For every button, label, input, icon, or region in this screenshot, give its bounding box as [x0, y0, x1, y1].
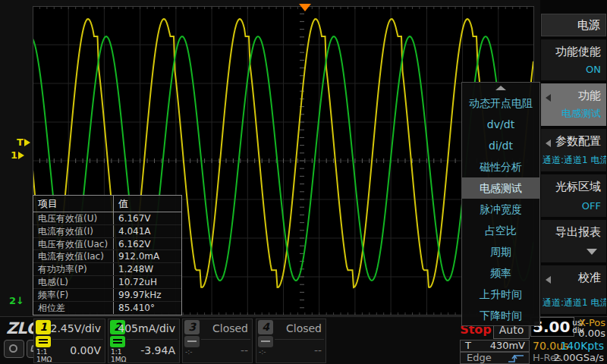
channel4-badge[interactable]: 4 [258, 320, 273, 334]
table-row: 有功功率(P)1.248W [33, 263, 181, 276]
measurement-table[interactable]: 项目 值 电压有效值(U)6.167V 电流有效值(I)4.041A 电压有效值… [33, 195, 182, 315]
table-row: 电流有效值(I)4.041A [33, 225, 181, 238]
ch1-scale: 2.45V/div [50, 322, 101, 334]
ch2-reference-marker[interactable]: 2↓ [9, 295, 24, 306]
channel3-badge[interactable]: 3 [184, 320, 200, 334]
touch-circle-icon [9, 344, 17, 353]
sidebar-item-cursor-area[interactable]: 光标区域 OFF [541, 174, 606, 217]
trigger-level-label: T [17, 136, 24, 148]
capture-window-row: 70.0us 140Kpts [533, 340, 605, 351]
touch-mode-button[interactable] [4, 340, 24, 358]
ch1-probe-ratio: 1:1 [36, 349, 47, 356]
menu-item-dynamic-resistance[interactable]: 动态开点电阻 [462, 93, 539, 114]
oscilloscope-screen: T 1 2↓ 项目 值 电压有效值(U)6.167V 电流有效值(I)4.041… [0, 0, 607, 364]
ch1-reference-marker[interactable]: 1 [11, 149, 24, 161]
divider [275, 339, 324, 340]
section-title: 参数配置 [555, 134, 601, 149]
menu-item-magnetic-analysis[interactable]: 磁性分析 [462, 156, 539, 177]
chevron-left-icon [546, 276, 551, 284]
trigger-type-row[interactable]: Edge [460, 352, 530, 364]
ch4-coupling-icon[interactable] [258, 336, 273, 347]
sidebar-item-function[interactable]: 功能 电感测试 [541, 83, 606, 126]
trigger-position-marker[interactable] [299, 4, 311, 11]
sidebar-title-power[interactable]: 电源 [541, 14, 606, 36]
chevron-left-icon [546, 94, 551, 102]
menu-item-rise-time[interactable]: 上升时间 [462, 284, 539, 305]
ch1-dc-coupling-icon[interactable] [36, 336, 51, 347]
sidebar-item-calibration[interactable]: 校准 通道:通道1 电流 [541, 265, 606, 314]
row-label: 频率(F) [33, 289, 114, 301]
table-row: 电流有效值(Iac)912.0mA [33, 250, 181, 263]
trigger-level-row[interactable]: T 430mV [460, 340, 530, 352]
trigger-source: T [465, 340, 471, 351]
ch2-scale: 405mA/div [118, 322, 175, 334]
row-label: 电流有效值(Iac) [33, 250, 114, 262]
menu-item-fall-time[interactable]: 下降时间 [462, 305, 539, 326]
ch3-offset: -- [241, 344, 248, 356]
function-dropdown-menu: 动态开点电阻 dv/dt di/dt 磁性分析 电感测试 脉冲宽度 占空比 周期… [461, 82, 540, 326]
trigger-level-value: 430mV [490, 340, 525, 351]
ch1-ref-label: 1 [11, 149, 17, 161]
ch3-coupling-icon[interactable] [184, 336, 200, 347]
menu-scroll-up[interactable] [462, 83, 539, 93]
divider [52, 339, 103, 340]
menu-item-inductance-test[interactable]: 电感测试 [462, 177, 539, 199]
header-value: 值 [114, 196, 181, 212]
right-arrow-icon [18, 152, 24, 159]
divider [127, 339, 178, 340]
ch2-ref-label: 2 [9, 295, 16, 306]
sidebar-item-function-enable[interactable]: 功能使能 ON [541, 39, 606, 80]
menu-item-dvdt[interactable]: dv/dt [462, 114, 539, 135]
row-label: 电流有效值(I) [33, 225, 114, 237]
menu-item-pulse-width[interactable]: 脉冲宽度 [462, 199, 539, 220]
section-value: 通道:通道1 电流 [543, 154, 606, 167]
table-row: 频率(F)99.97kHz [33, 289, 181, 302]
ch2-impedance: 1MΩ [111, 356, 126, 363]
channel3-group[interactable]: 3 -:- Closed -- [182, 318, 253, 363]
section-title: 导出报表 [555, 225, 601, 240]
chevron-left-icon [546, 140, 551, 147]
ch2-dc-coupling-icon[interactable] [110, 336, 125, 347]
section-value: ON [586, 64, 601, 75]
row-value: 10.72uH [114, 276, 181, 288]
ch3-scale: Closed [212, 322, 248, 334]
channel1-badge[interactable]: 1 [36, 320, 51, 334]
table-row: 电压有效值(Uac)6.162V [33, 238, 181, 251]
menu-item-period[interactable]: 周期 [462, 241, 539, 262]
table-row: 电感(L)10.72uH [33, 276, 181, 289]
section-title: 光标区域 [555, 180, 601, 194]
row-label: 电压有效值(Uac) [33, 238, 114, 250]
row-value: 912.0mA [114, 250, 181, 262]
row-label: 有功功率(P) [33, 263, 114, 275]
ch1-impedance: 1MΩ [36, 356, 52, 363]
trigger-level-marker[interactable]: T [17, 136, 30, 148]
measurement-table-header: 项目 值 [33, 196, 181, 212]
sidebar-item-export-report[interactable]: 导出报表 [541, 220, 606, 262]
right-arrow-icon [24, 139, 30, 146]
sidebar-item-parameter-config[interactable]: 参数配置 通道:通道1 电流 [541, 129, 606, 171]
row-label: 电感(L) [33, 276, 114, 288]
menu-item-didt[interactable]: di/dt [462, 135, 539, 156]
ch3-probe-ratio: -:- [185, 349, 193, 356]
channel4-group[interactable]: 4 -:- Closed -- [256, 318, 326, 363]
rising-edge-icon [506, 353, 526, 364]
section-title: 功能 [578, 89, 601, 103]
section-title: 校准 [578, 271, 601, 285]
sample-rate-row: H-Res 2.00GSa/s [533, 352, 605, 363]
row-label: 电压有效值(U) [33, 212, 114, 224]
menu-item-duty-cycle[interactable]: 占空比 [462, 220, 539, 241]
x-position-readout: X-Pos 0.00s [571, 318, 605, 339]
ch1-offset: 0.00V [70, 344, 101, 356]
channel2-group[interactable]: 2 1:1 1MΩ 405mA/div -3.94A [108, 318, 180, 363]
section-title: 功能使能 [555, 45, 601, 59]
down-arrow-icon: ↓ [16, 295, 24, 306]
header-item: 项目 [33, 196, 114, 212]
row-value: 99.97kHz [114, 289, 181, 301]
channel1-group[interactable]: 1 1:1 1MΩ 2.45V/div 0.00V [33, 318, 105, 363]
section-value: 电感测试 [561, 107, 601, 121]
table-row: 相位差85.410° [33, 302, 181, 315]
ch4-offset: -- [314, 344, 322, 356]
menu-item-frequency[interactable]: 频率 [462, 262, 539, 284]
ch4-scale: Closed [286, 322, 322, 334]
chevron-down-icon [587, 249, 597, 255]
